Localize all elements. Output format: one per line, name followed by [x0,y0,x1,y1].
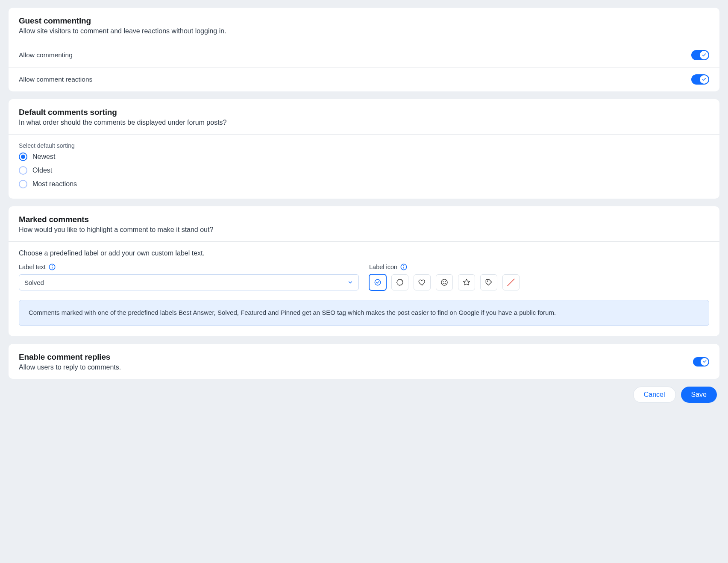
svg-point-9 [445,281,446,282]
heart-icon [418,278,426,287]
label-text-caption: Label text [19,263,359,271]
label-icon-field: Label icon [369,263,709,290]
icon-choice-star[interactable] [458,274,475,290]
none-icon [505,276,517,288]
allow-reactions-label: Allow comment reactions [19,76,92,83]
star-icon [462,278,471,287]
default-sorting-header: Default comments sorting In what order s… [9,99,719,134]
info-icon[interactable] [48,263,56,271]
radio-label: Newest [32,153,55,161]
allow-commenting-label: Allow commenting [19,51,73,59]
svg-point-10 [487,281,488,282]
marked-comments-card: Marked comments How would you like to hi… [9,206,719,336]
default-sorting-title: Default comments sorting [19,108,709,117]
default-sorting-body: Select default sorting Newest Oldest Mos… [9,134,719,199]
radio-dot [21,155,25,159]
svg-point-4 [403,265,404,266]
marked-comments-title: Marked comments [19,215,709,224]
label-text-field: Label text Solved [19,263,359,290]
radio-circle [19,166,27,175]
select-default-sorting-label: Select default sorting [19,142,709,149]
label-icon-caption-text: Label icon [369,264,397,270]
radio-circle [19,152,27,161]
label-text-value: Solved [24,279,44,286]
smiley-icon [440,278,449,287]
check-icon [702,359,707,364]
toggle-knob [700,51,708,59]
toggle-knob [700,75,708,84]
allow-commenting-row: Allow commenting [9,43,719,67]
icon-choice-ribbon-badge[interactable] [391,274,408,290]
label-text-select[interactable]: Solved [19,274,359,290]
radio-label: Most reactions [32,180,77,188]
chevron-down-icon [347,279,353,285]
default-sorting-desc: In what order should the comments be dis… [19,119,709,126]
icon-choice-check-badge[interactable] [369,274,386,290]
guest-commenting-card: Guest commenting Allow site visitors to … [9,8,719,91]
radio-oldest[interactable]: Oldest [19,166,709,175]
allow-reactions-row: Allow comment reactions [9,67,719,91]
guest-commenting-header: Guest commenting Allow site visitors to … [9,8,719,43]
toggle-knob [701,358,708,366]
radio-label: Oldest [32,167,52,174]
guest-commenting-title: Guest commenting [19,16,709,26]
radio-most-reactions[interactable]: Most reactions [19,180,709,188]
label-text-caption-text: Label text [19,264,46,270]
enable-replies-card: Enable comment replies Allow users to re… [9,344,719,379]
marked-comments-body: Choose a predefined label or add your ow… [9,241,719,336]
check-badge-icon [373,278,382,287]
info-icon[interactable] [400,263,408,271]
choose-label-instruction: Choose a predefined label or add your ow… [19,249,709,257]
svg-point-7 [441,279,447,285]
icon-choice-heart[interactable] [414,274,431,290]
svg-rect-5 [403,267,404,269]
icon-choice-tag[interactable] [480,274,497,290]
icon-choice-smiley[interactable] [436,274,453,290]
svg-line-11 [508,279,514,286]
enable-replies-title: Enable comment replies [19,352,121,362]
tag-icon [484,278,493,287]
svg-point-8 [443,281,444,282]
label-icon-caption: Label icon [369,263,709,271]
guest-commenting-desc: Allow site visitors to comment and leave… [19,27,709,35]
radio-newest[interactable]: Newest [19,152,709,161]
radio-circle [19,180,27,188]
cancel-button[interactable]: Cancel [633,387,676,403]
check-icon [702,77,707,82]
svg-rect-2 [52,267,53,269]
enable-replies-header: Enable comment replies Allow users to re… [9,344,719,379]
save-button[interactable]: Save [681,387,717,403]
sorting-radio-group: Newest Oldest Most reactions [19,152,709,188]
check-icon [702,53,707,58]
svg-point-1 [52,265,53,266]
allow-commenting-toggle[interactable] [691,50,709,60]
seo-notice: Comments marked with one of the predefin… [19,300,709,326]
allow-reactions-toggle[interactable] [691,74,709,85]
default-sorting-card: Default comments sorting In what order s… [9,99,719,199]
icon-choice-none[interactable] [502,274,520,290]
marked-comments-desc: How would you like to highlight a commen… [19,226,709,234]
enable-replies-toggle[interactable] [693,357,709,367]
marked-comments-header: Marked comments How would you like to hi… [9,206,719,241]
footer-actions: Cancel Save [9,387,719,403]
label-icon-choices [369,274,709,290]
enable-replies-desc: Allow users to reply to comments. [19,364,121,371]
ribbon-badge-icon [396,278,404,287]
